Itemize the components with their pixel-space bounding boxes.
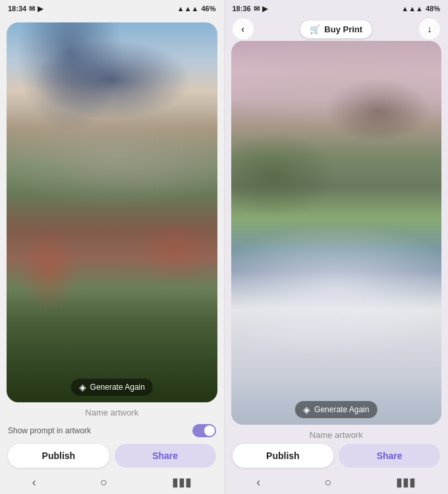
generate-again-label-right: Generate Again — [314, 405, 369, 414]
media-icon-right: ▶ — [262, 5, 267, 13]
back-icon-left[interactable]: ‹ — [32, 476, 36, 489]
battery-right: 48% — [426, 5, 440, 13]
top-bar-right: ‹ 🛒 Buy Print ↓ — [225, 17, 449, 41]
download-button[interactable]: ↓ — [419, 18, 440, 40]
buy-print-label: Buy Print — [324, 24, 362, 34]
message-icon-right: ✉ — [254, 5, 260, 13]
generate-again-label-left: Generate Again — [90, 383, 145, 392]
media-icon: ▶ — [38, 5, 43, 13]
publish-button-right[interactable]: Publish — [233, 444, 334, 468]
status-right-right: ▲▲▲ 48% — [401, 5, 440, 13]
time-right: 18:36 — [233, 5, 251, 13]
message-icon: ✉ — [29, 5, 35, 13]
home-icon-right[interactable]: ○ — [325, 476, 332, 489]
action-buttons-left: Publish Share — [8, 444, 216, 468]
action-buttons-right: Publish Share — [233, 444, 441, 468]
wifi-icon-right: ▲▲▲ — [401, 5, 423, 13]
status-left: 18:34 ✉ ▶ — [8, 5, 43, 13]
home-icon-left[interactable]: ○ — [100, 476, 107, 489]
generate-again-overlay-right[interactable]: ◈ Generate Again — [295, 401, 377, 418]
toggle-label: Show prompt in artwork — [8, 426, 91, 435]
status-bar-left: 18:34 ✉ ▶ ▲▲▲ 46% — [0, 0, 224, 17]
back-button-right[interactable]: ‹ — [233, 18, 254, 40]
nav-bar-left: ‹ ○ ▮▮▮ — [0, 470, 224, 494]
status-left-right: 18:36 ✉ ▶ — [233, 5, 267, 13]
left-phone-panel: 18:34 ✉ ▶ ▲▲▲ 46% ◈ Generate Again Name … — [0, 0, 224, 494]
share-button-right[interactable]: Share — [339, 444, 440, 468]
show-prompt-toggle[interactable] — [192, 424, 216, 437]
left-artwork-card: ◈ Generate Again — [7, 22, 217, 402]
dice-icon-right: ◈ — [303, 404, 310, 415]
status-bar-right: 18:36 ✉ ▶ ▲▲▲ 48% — [225, 0, 449, 17]
toggle-row: Show prompt in artwork — [8, 421, 216, 440]
share-button-left[interactable]: Share — [115, 444, 216, 468]
publish-button-left[interactable]: Publish — [8, 444, 109, 468]
nav-bar-right: ‹ ○ ▮▮▮ — [225, 470, 449, 494]
cart-icon: 🛒 — [310, 24, 320, 34]
buy-print-button[interactable]: 🛒 Buy Print — [300, 20, 372, 38]
recents-icon-left[interactable]: ▮▮▮ — [172, 475, 192, 489]
name-artwork-right[interactable]: Name artwork — [233, 430, 441, 440]
name-artwork-left[interactable]: Name artwork — [8, 408, 216, 417]
time-left: 18:34 — [8, 5, 26, 13]
bottom-section-left: Name artwork Show prompt in artwork Publ… — [0, 402, 224, 470]
battery-left: 46% — [201, 5, 215, 13]
bottom-section-right: Name artwork Publish Share — [225, 425, 449, 470]
dice-icon-left: ◈ — [79, 382, 86, 392]
right-phone-panel: 18:36 ✉ ▶ ▲▲▲ 48% ‹ 🛒 Buy Print ↓ ◈ Gene… — [225, 0, 449, 494]
generate-again-overlay-left[interactable]: ◈ Generate Again — [71, 379, 153, 396]
wifi-icon: ▲▲▲ — [177, 5, 199, 13]
status-right-left: ▲▲▲ 46% — [177, 5, 216, 13]
recents-icon-right[interactable]: ▮▮▮ — [396, 475, 416, 489]
right-artwork-card: ◈ Generate Again — [231, 41, 442, 425]
back-icon-right[interactable]: ‹ — [256, 476, 260, 489]
